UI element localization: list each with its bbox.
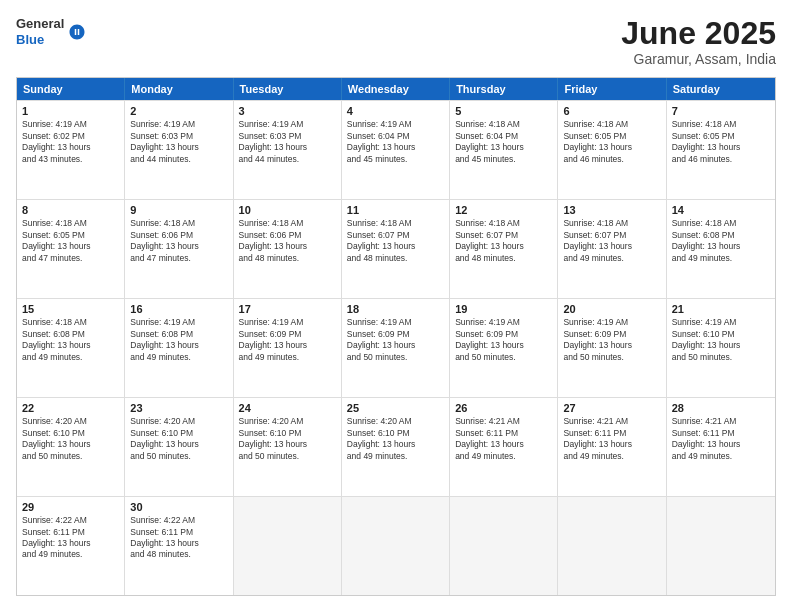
calendar-day-2: 2Sunrise: 4:19 AMSunset: 6:03 PMDaylight… [125, 101, 233, 199]
day-info: Sunrise: 4:19 AMSunset: 6:09 PMDaylight:… [239, 317, 336, 363]
day-info: Sunrise: 4:19 AMSunset: 6:09 PMDaylight:… [347, 317, 444, 363]
day-number: 4 [347, 105, 444, 117]
calendar-day-21: 21Sunrise: 4:19 AMSunset: 6:10 PMDayligh… [667, 299, 775, 397]
calendar-title: June 2025 [621, 16, 776, 51]
day-number: 5 [455, 105, 552, 117]
day-info: Sunrise: 4:18 AMSunset: 6:04 PMDaylight:… [455, 119, 552, 165]
calendar-day-8: 8Sunrise: 4:18 AMSunset: 6:05 PMDaylight… [17, 200, 125, 298]
logo-blue-text: Blue [16, 32, 64, 48]
day-number: 6 [563, 105, 660, 117]
day-info: Sunrise: 4:18 AMSunset: 6:07 PMDaylight:… [347, 218, 444, 264]
calendar-day-16: 16Sunrise: 4:19 AMSunset: 6:08 PMDayligh… [125, 299, 233, 397]
day-info: Sunrise: 4:19 AMSunset: 6:08 PMDaylight:… [130, 317, 227, 363]
calendar-day-18: 18Sunrise: 4:19 AMSunset: 6:09 PMDayligh… [342, 299, 450, 397]
day-number: 16 [130, 303, 227, 315]
day-number: 25 [347, 402, 444, 414]
calendar-day-14: 14Sunrise: 4:18 AMSunset: 6:08 PMDayligh… [667, 200, 775, 298]
day-number: 1 [22, 105, 119, 117]
day-number: 28 [672, 402, 770, 414]
calendar-day-15: 15Sunrise: 4:18 AMSunset: 6:08 PMDayligh… [17, 299, 125, 397]
day-info: Sunrise: 4:18 AMSunset: 6:07 PMDaylight:… [455, 218, 552, 264]
weekday-header-saturday: Saturday [667, 78, 775, 100]
day-info: Sunrise: 4:19 AMSunset: 6:03 PMDaylight:… [130, 119, 227, 165]
day-number: 24 [239, 402, 336, 414]
calendar-day-28: 28Sunrise: 4:21 AMSunset: 6:11 PMDayligh… [667, 398, 775, 496]
calendar-day-29: 29Sunrise: 4:22 AMSunset: 6:11 PMDayligh… [17, 497, 125, 595]
calendar-day-5: 5Sunrise: 4:18 AMSunset: 6:04 PMDaylight… [450, 101, 558, 199]
calendar-day-30: 30Sunrise: 4:22 AMSunset: 6:11 PMDayligh… [125, 497, 233, 595]
logo-icon [68, 23, 86, 41]
day-info: Sunrise: 4:21 AMSunset: 6:11 PMDaylight:… [455, 416, 552, 462]
calendar-day-7: 7Sunrise: 4:18 AMSunset: 6:05 PMDaylight… [667, 101, 775, 199]
calendar-row-2: 8Sunrise: 4:18 AMSunset: 6:05 PMDaylight… [17, 199, 775, 298]
day-number: 2 [130, 105, 227, 117]
day-number: 22 [22, 402, 119, 414]
calendar-day-1: 1Sunrise: 4:19 AMSunset: 6:02 PMDaylight… [17, 101, 125, 199]
calendar-day-empty [667, 497, 775, 595]
day-number: 12 [455, 204, 552, 216]
day-number: 26 [455, 402, 552, 414]
calendar-row-4: 22Sunrise: 4:20 AMSunset: 6:10 PMDayligh… [17, 397, 775, 496]
calendar-day-17: 17Sunrise: 4:19 AMSunset: 6:09 PMDayligh… [234, 299, 342, 397]
logo-general-text: General [16, 16, 64, 32]
day-info: Sunrise: 4:19 AMSunset: 6:02 PMDaylight:… [22, 119, 119, 165]
header: General Blue June 2025 Garamur, Assam, I… [16, 16, 776, 67]
calendar-day-empty [558, 497, 666, 595]
day-info: Sunrise: 4:18 AMSunset: 6:06 PMDaylight:… [239, 218, 336, 264]
calendar-location: Garamur, Assam, India [621, 51, 776, 67]
weekday-header-tuesday: Tuesday [234, 78, 342, 100]
calendar-row-1: 1Sunrise: 4:19 AMSunset: 6:02 PMDaylight… [17, 100, 775, 199]
calendar-day-23: 23Sunrise: 4:20 AMSunset: 6:10 PMDayligh… [125, 398, 233, 496]
day-number: 20 [563, 303, 660, 315]
calendar-day-22: 22Sunrise: 4:20 AMSunset: 6:10 PMDayligh… [17, 398, 125, 496]
page: General Blue June 2025 Garamur, Assam, I… [0, 0, 792, 612]
calendar-day-24: 24Sunrise: 4:20 AMSunset: 6:10 PMDayligh… [234, 398, 342, 496]
day-number: 27 [563, 402, 660, 414]
calendar-day-12: 12Sunrise: 4:18 AMSunset: 6:07 PMDayligh… [450, 200, 558, 298]
day-info: Sunrise: 4:20 AMSunset: 6:10 PMDaylight:… [130, 416, 227, 462]
day-number: 30 [130, 501, 227, 513]
day-number: 10 [239, 204, 336, 216]
calendar-row-3: 15Sunrise: 4:18 AMSunset: 6:08 PMDayligh… [17, 298, 775, 397]
day-number: 18 [347, 303, 444, 315]
day-number: 15 [22, 303, 119, 315]
day-info: Sunrise: 4:21 AMSunset: 6:11 PMDaylight:… [563, 416, 660, 462]
day-info: Sunrise: 4:19 AMSunset: 6:04 PMDaylight:… [347, 119, 444, 165]
calendar-day-6: 6Sunrise: 4:18 AMSunset: 6:05 PMDaylight… [558, 101, 666, 199]
day-info: Sunrise: 4:18 AMSunset: 6:08 PMDaylight:… [22, 317, 119, 363]
calendar-day-9: 9Sunrise: 4:18 AMSunset: 6:06 PMDaylight… [125, 200, 233, 298]
calendar-day-13: 13Sunrise: 4:18 AMSunset: 6:07 PMDayligh… [558, 200, 666, 298]
calendar-day-20: 20Sunrise: 4:19 AMSunset: 6:09 PMDayligh… [558, 299, 666, 397]
day-number: 3 [239, 105, 336, 117]
calendar-day-4: 4Sunrise: 4:19 AMSunset: 6:04 PMDaylight… [342, 101, 450, 199]
day-info: Sunrise: 4:19 AMSunset: 6:10 PMDaylight:… [672, 317, 770, 363]
calendar-day-empty [234, 497, 342, 595]
calendar-header: SundayMondayTuesdayWednesdayThursdayFrid… [17, 78, 775, 100]
weekday-header-sunday: Sunday [17, 78, 125, 100]
day-info: Sunrise: 4:19 AMSunset: 6:09 PMDaylight:… [563, 317, 660, 363]
day-number: 14 [672, 204, 770, 216]
weekday-header-wednesday: Wednesday [342, 78, 450, 100]
day-info: Sunrise: 4:19 AMSunset: 6:09 PMDaylight:… [455, 317, 552, 363]
day-info: Sunrise: 4:20 AMSunset: 6:10 PMDaylight:… [347, 416, 444, 462]
calendar-day-27: 27Sunrise: 4:21 AMSunset: 6:11 PMDayligh… [558, 398, 666, 496]
day-number: 13 [563, 204, 660, 216]
day-number: 8 [22, 204, 119, 216]
calendar-day-empty [342, 497, 450, 595]
day-info: Sunrise: 4:18 AMSunset: 6:05 PMDaylight:… [22, 218, 119, 264]
day-number: 7 [672, 105, 770, 117]
day-info: Sunrise: 4:21 AMSunset: 6:11 PMDaylight:… [672, 416, 770, 462]
calendar-day-25: 25Sunrise: 4:20 AMSunset: 6:10 PMDayligh… [342, 398, 450, 496]
day-info: Sunrise: 4:18 AMSunset: 6:05 PMDaylight:… [563, 119, 660, 165]
day-number: 29 [22, 501, 119, 513]
calendar-day-3: 3Sunrise: 4:19 AMSunset: 6:03 PMDaylight… [234, 101, 342, 199]
day-info: Sunrise: 4:22 AMSunset: 6:11 PMDaylight:… [22, 515, 119, 561]
calendar-row-5: 29Sunrise: 4:22 AMSunset: 6:11 PMDayligh… [17, 496, 775, 595]
day-info: Sunrise: 4:18 AMSunset: 6:07 PMDaylight:… [563, 218, 660, 264]
calendar-day-empty [450, 497, 558, 595]
day-info: Sunrise: 4:19 AMSunset: 6:03 PMDaylight:… [239, 119, 336, 165]
calendar-day-26: 26Sunrise: 4:21 AMSunset: 6:11 PMDayligh… [450, 398, 558, 496]
day-info: Sunrise: 4:22 AMSunset: 6:11 PMDaylight:… [130, 515, 227, 561]
calendar-day-19: 19Sunrise: 4:19 AMSunset: 6:09 PMDayligh… [450, 299, 558, 397]
weekday-header-thursday: Thursday [450, 78, 558, 100]
